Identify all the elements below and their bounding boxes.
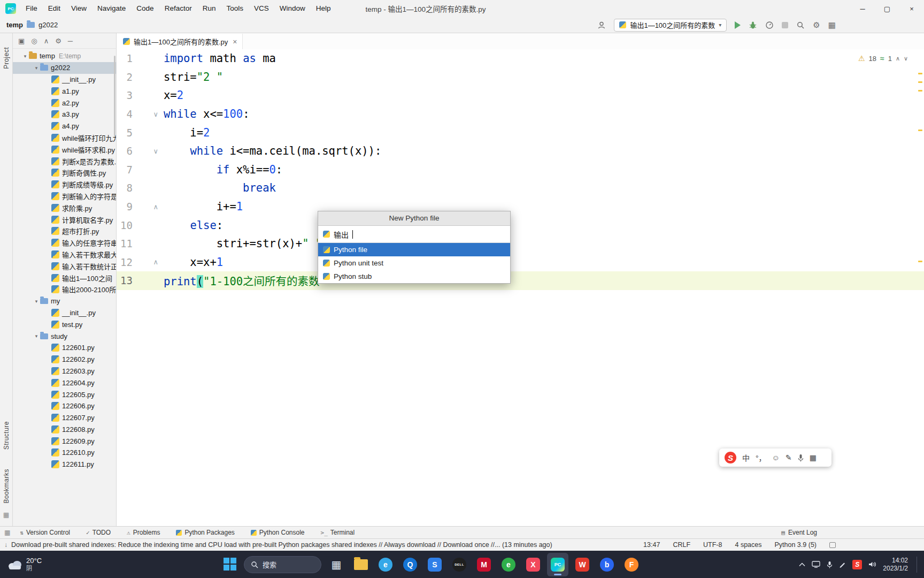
tree-item-a4-py[interactable]: a4.py [13, 120, 116, 132]
next-problem-icon[interactable]: ∨ [904, 55, 908, 62]
layout-grid-icon[interactable]: ▦ [828, 21, 836, 29]
users-icon[interactable] [597, 21, 606, 29]
project-scrollbar[interactable] [114, 56, 116, 136]
stripe-mark[interactable] [918, 261, 922, 262]
breadcrumb-project[interactable]: temp [6, 21, 23, 29]
warning-count[interactable]: 18 [868, 55, 876, 63]
tree-item--1-100-[interactable]: 输出1—100之间 [13, 272, 116, 284]
toolwindow-version-control[interactable]: ⇅Version Control [20, 529, 70, 536]
popup-name-input[interactable]: 输出 [318, 226, 510, 243]
toolwindow-problems[interactable]: ⚠Problems [127, 529, 160, 536]
stripe-mark[interactable] [918, 81, 922, 83]
menu-navigate[interactable]: Navigate [92, 0, 131, 17]
tree-item--init-py[interactable]: __init__.py [13, 74, 116, 86]
taskbar-app-pycharm[interactable]: PC [547, 553, 568, 576]
toolwindow-bookmarks[interactable]: Bookmarks [3, 469, 10, 504]
tree-item-122610-py[interactable]: 122610.py [13, 447, 116, 459]
taskbar-app-green-browser[interactable]: e [498, 553, 519, 576]
pen-icon[interactable] [839, 561, 846, 568]
tree-item--py[interactable]: 判断奇偶性.py [13, 167, 116, 179]
tree-item-122611-py[interactable]: 122611.py [13, 459, 116, 470]
code-line-11[interactable]: 11 stri+=str(x)+" " [117, 234, 924, 253]
expand-arrow-icon[interactable]: ▾ [21, 54, 29, 59]
tree-item-a2-py[interactable]: a2.py [13, 97, 116, 109]
speaker-icon[interactable] [868, 561, 876, 568]
taskbar-app-pink-app[interactable]: X [522, 553, 544, 576]
tree-item-122608-py[interactable]: 122608.py [13, 424, 116, 436]
sogou-tray-icon[interactable]: S [852, 560, 862, 569]
tree-item-while-[interactable]: while循环打印九九 [13, 132, 116, 144]
code-line-4[interactable]: 4∨while x<=100: [117, 105, 924, 124]
taskbar-app-blue-browser[interactable]: Q [399, 553, 421, 576]
tree-item-122609-py[interactable]: 122609.py [13, 435, 116, 447]
tree-item--2000-2100-[interactable]: 输出2000-2100所 [13, 284, 116, 295]
stripe-mark[interactable] [918, 73, 922, 74]
settings-gear-icon[interactable]: ⚙ [813, 21, 820, 29]
fold-up-icon[interactable]: ∧ [133, 203, 164, 211]
status-13-47[interactable]: 13:47 [643, 541, 660, 549]
panel-settings-gear-icon[interactable]: ⚙ [55, 37, 61, 45]
stripe-mark[interactable] [918, 90, 922, 92]
menu-window[interactable]: Window [274, 0, 311, 17]
stop-button[interactable] [782, 22, 788, 28]
tree-item-122606-py[interactable]: 122606.py [13, 400, 116, 412]
taskbar-app-edge-browser[interactable]: e [375, 553, 396, 576]
tree-item--[interactable]: 输入若干数统计正 [13, 260, 116, 272]
code-line-8[interactable]: 8 break [117, 179, 924, 197]
menu-file[interactable]: File [20, 0, 43, 17]
expand-arrow-icon[interactable]: ▾ [33, 65, 40, 71]
project-view-icon[interactable]: ▣ [18, 37, 25, 45]
ime-emoji-icon[interactable]: ☺ [772, 453, 780, 462]
profiler-icon[interactable] [765, 21, 774, 29]
search-icon[interactable] [796, 21, 805, 29]
tree-item--py[interactable]: 求阶乘.py [13, 202, 116, 214]
monitor-icon[interactable] [812, 561, 820, 568]
tree-item-temp[interactable]: ▾tempE:\temp [13, 50, 116, 62]
tree-item-122607-py[interactable]: 122607.py [13, 412, 116, 424]
toolwindow-todo[interactable]: ✓TODO [86, 529, 111, 536]
collapse-all-icon[interactable]: ∧ [44, 37, 49, 45]
tree-item--x-p[interactable]: 判断x是否为素数.p [13, 155, 116, 167]
taskbar-app-dell[interactable]: DELL [449, 553, 470, 576]
popup-option-python-unit-test[interactable]: Python unit test [318, 256, 510, 270]
show-desktop-button[interactable] [917, 557, 919, 573]
code-line-5[interactable]: 5 i=2 [117, 123, 924, 142]
popup-option-python-file[interactable]: Python file [318, 243, 510, 256]
sogou-logo-icon[interactable]: S [725, 452, 736, 463]
tree-item-122604-py[interactable]: 122604.py [13, 377, 116, 389]
microphone-icon[interactable] [827, 561, 833, 568]
code-line-1[interactable]: 1import math as ma [117, 49, 924, 68]
tree-item--[interactable]: 输入若干数求最大 [13, 249, 116, 261]
tree-item--[interactable]: 输入的任意字符串 [13, 237, 116, 249]
debug-icon[interactable] [749, 21, 757, 29]
tree-item--[interactable]: 判断输入的字符是 [13, 191, 116, 202]
menu-help[interactable]: Help [311, 0, 336, 17]
typo-count[interactable]: 1 [888, 55, 892, 63]
code-line-2[interactable]: 2stri="2 " [117, 68, 924, 87]
close-button[interactable]: × [899, 0, 924, 17]
fold-down-icon[interactable]: ∨ [133, 110, 164, 118]
tree-item-my[interactable]: ▾my [13, 295, 116, 307]
status-python-3-9-5-[interactable]: Python 3.9 (5) [774, 541, 817, 549]
ime-handwriting-icon[interactable]: ✎ [786, 453, 792, 462]
menu-refactor[interactable]: Refactor [159, 0, 197, 17]
tree-item--py[interactable]: 判断成绩等级.py [13, 179, 116, 191]
code-line-7[interactable]: 7 if x%i==0: [117, 161, 924, 179]
prev-problem-icon[interactable]: ∧ [896, 55, 900, 62]
tree-item-a3-py[interactable]: a3.py [13, 109, 116, 120]
run-button[interactable] [735, 21, 741, 29]
code-line-6[interactable]: 6∨ while i<=ma.ceil(ma.sqrt(x)): [117, 142, 924, 161]
locate-file-icon[interactable]: ◎ [31, 37, 37, 45]
taskbar-app-firefox[interactable]: F [621, 553, 642, 576]
editor-tab[interactable]: 输出1—100之间所有的素数.py × [117, 34, 243, 49]
tree-item-122601-py[interactable]: 122601.py [13, 342, 116, 354]
fold-down-icon[interactable]: ∨ [133, 147, 164, 155]
taskbar-app-file-explorer[interactable] [350, 553, 372, 576]
status-utf-8[interactable]: UTF-8 [703, 541, 722, 549]
meetings-icon[interactable]: ▦ [3, 511, 9, 519]
minimize-button[interactable]: ─ [850, 0, 875, 17]
tree-item-122605-py[interactable]: 122605.py [13, 389, 116, 400]
tree-item--py[interactable]: 超市打折.py [13, 225, 116, 237]
tree-item--init-py[interactable]: __init__.py [13, 307, 116, 319]
code-line-12[interactable]: 12∧ x=x+1 [117, 253, 924, 272]
